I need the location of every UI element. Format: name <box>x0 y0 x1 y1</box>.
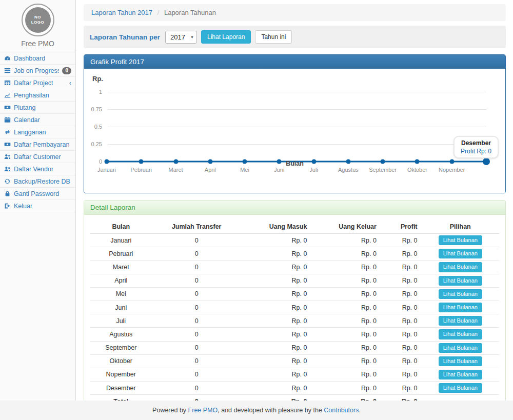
lihat-bulanan-button[interactable]: Lihat Bulanan <box>439 316 482 326</box>
lihat-bulanan-button[interactable]: Lihat Bulanan <box>439 303 482 312</box>
chevron-left-icon: ‹ <box>69 79 71 86</box>
chart-plot-area: 10.750.50.250JanuariPebruariMaretAprilMe… <box>107 92 486 162</box>
column-header: Profit <box>381 220 422 234</box>
cell-pilihan: Lihat Bulanan <box>422 287 499 301</box>
sidebar-item-daftar-vendor[interactable]: Daftar Vendor <box>0 163 75 175</box>
data-point-juli[interactable] <box>311 159 316 164</box>
count-badge: 0 <box>62 67 71 74</box>
sidebar-item-keluar[interactable]: Keluar <box>0 200 75 212</box>
cell-jumlah-transfer: 0 <box>152 274 242 287</box>
cell-pilihan: Lihat Bulanan <box>422 328 499 341</box>
lihat-bulanan-button[interactable]: Lihat Bulanan <box>439 276 482 286</box>
cell-bulan: Maret <box>90 261 152 274</box>
cell-profit: Rp. 0 <box>381 328 422 341</box>
cell-uang-keluar: Rp. 0 <box>311 354 380 368</box>
footer: Powered by Free PMO, and developed with … <box>0 401 513 420</box>
lihat-bulanan-button[interactable]: Lihat Bulanan <box>439 235 482 245</box>
sidebar-item-langganan[interactable]: Langganan <box>0 126 75 138</box>
cell-jumlah-transfer: 0 <box>152 234 242 247</box>
breadcrumb-link[interactable]: Laporan Tahun 2017 <box>91 9 152 16</box>
chart-panel: Grafik Profit 2017 Rp. 10.750.50.250Janu… <box>84 54 506 193</box>
cell-jumlah-transfer: 0 <box>152 382 242 395</box>
breadcrumb: Laporan Tahun 2017 / Laporan Tahunan <box>84 4 506 21</box>
cell-profit: Rp. 0 <box>381 274 422 287</box>
cell-bulan: Oktober <box>90 354 152 368</box>
lihat-bulanan-button[interactable]: Lihat Bulanan <box>439 370 482 379</box>
sidebar-item-label: Daftar Vendor <box>14 166 53 173</box>
data-point-maret[interactable] <box>173 159 178 164</box>
data-point-april[interactable] <box>208 159 212 164</box>
sidebar: NO LOGO Free PMO DashboardJob on Progres… <box>0 0 76 401</box>
cell-profit: Rp. 0 <box>381 341 422 354</box>
logo-text-line1: NO <box>34 15 41 20</box>
money-icon <box>4 104 11 111</box>
cell-profit: Rp. 0 <box>381 314 422 328</box>
footer-brand-link[interactable]: Free PMO <box>188 407 218 414</box>
footer-prefix: Powered by <box>152 407 188 414</box>
data-point-nopember[interactable] <box>449 159 454 164</box>
lihat-laporan-button[interactable]: Lihat Laporan <box>201 30 251 44</box>
y-tick-label: 0.5 <box>94 124 102 130</box>
cell-bulan: Nopember <box>90 368 152 381</box>
year-select[interactable]: 2017 <box>165 31 197 44</box>
cell-uang-keluar: Rp. 0 <box>311 328 380 341</box>
cell-jumlah-transfer: 0 <box>152 341 242 354</box>
money-icon <box>4 141 11 148</box>
sidebar-item-piutang[interactable]: Piutang <box>0 102 75 114</box>
lihat-bulanan-button[interactable]: Lihat Bulanan <box>439 383 482 393</box>
table-row-maret: Maret0Rp. 0Rp. 0Rp. 0Lihat Bulanan <box>90 261 499 274</box>
data-point-oktober[interactable] <box>415 159 420 164</box>
footer-contributors-link[interactable]: Contributors. <box>324 407 361 414</box>
cell-uang-masuk: Rp. 0 <box>242 247 311 261</box>
sidebar-item-daftar-customer[interactable]: Daftar Customer <box>0 151 75 163</box>
year-select-wrap: 2017 ▼ <box>165 31 197 44</box>
cell-pilihan: Lihat Bulanan <box>422 301 499 314</box>
lihat-bulanan-button[interactable]: Lihat Bulanan <box>439 249 482 258</box>
data-point-desember[interactable] <box>483 158 490 165</box>
report-table-body: Januari0Rp. 0Rp. 0Rp. 0Lihat BulananPebr… <box>90 234 499 395</box>
sidebar-item-calendar[interactable]: Calendar <box>0 114 75 126</box>
users-icon <box>4 153 11 160</box>
cell-uang-keluar: Rp. 0 <box>311 368 380 381</box>
sidebar-item-dashboard[interactable]: Dashboard <box>0 52 75 65</box>
data-point-januari[interactable] <box>105 159 109 164</box>
x-tick-label: Mei <box>240 167 249 173</box>
lihat-bulanan-button[interactable]: Lihat Bulanan <box>439 289 482 299</box>
sidebar-item-job-on-progress[interactable]: Job on Progress0 <box>0 65 75 77</box>
x-tick-label: Januari <box>97 167 116 173</box>
data-point-mei[interactable] <box>243 159 247 164</box>
x-tick-label: Juni <box>274 167 284 173</box>
detail-panel: Detail Laporan BulanJumlah TransferUang … <box>84 200 506 414</box>
data-point-juni[interactable] <box>277 159 282 164</box>
x-tick-label: Agustus <box>338 167 359 173</box>
column-header: Uang Masuk <box>242 220 311 234</box>
refresh-icon <box>4 178 11 185</box>
cell-bulan: Juli <box>90 314 152 328</box>
lihat-bulanan-button[interactable]: Lihat Bulanan <box>439 329 482 339</box>
sidebar-item-ganti-password[interactable]: Ganti Password <box>0 188 75 200</box>
data-point-pebruari[interactable] <box>139 159 144 164</box>
tahun-ini-button[interactable]: Tahun ini <box>255 30 292 44</box>
cell-uang-masuk: Rp. 0 <box>242 301 311 314</box>
cell-uang-masuk: Rp. 0 <box>242 382 311 395</box>
sign-out-icon <box>4 203 11 209</box>
report-table: BulanJumlah TransferUang MasukUang Kelua… <box>90 220 499 408</box>
gridline <box>108 109 486 110</box>
data-point-agustus[interactable] <box>346 159 350 164</box>
cell-uang-masuk: Rp. 0 <box>242 328 311 341</box>
data-point-september[interactable] <box>381 159 385 164</box>
sidebar-item-penghasilan[interactable]: Penghasilan <box>0 89 75 102</box>
sidebar-item-daftar-pembayaran[interactable]: Daftar Pembayaran <box>0 138 75 151</box>
chart-y-axis-title: Rp. <box>92 75 103 83</box>
lihat-bulanan-button[interactable]: Lihat Bulanan <box>439 262 482 272</box>
sidebar-item-backup-restore-db[interactable]: Backup/Restore DB <box>0 175 75 188</box>
sidebar-item-label: Ganti Password <box>14 190 59 197</box>
sidebar-item-daftar-project[interactable]: Daftar Project‹ <box>0 77 75 89</box>
no-logo-seal-icon: NO LOGO <box>25 7 51 33</box>
lihat-bulanan-button[interactable]: Lihat Bulanan <box>439 343 482 353</box>
chart-tooltip: DesemberProfit Rp: 0 <box>453 136 499 158</box>
cell-bulan: Mei <box>90 287 152 301</box>
header-row: BulanJumlah TransferUang MasukUang Kelua… <box>90 220 499 234</box>
lihat-bulanan-button[interactable]: Lihat Bulanan <box>439 356 482 366</box>
logo-wrap: NO LOGO Free PMO <box>0 0 75 52</box>
